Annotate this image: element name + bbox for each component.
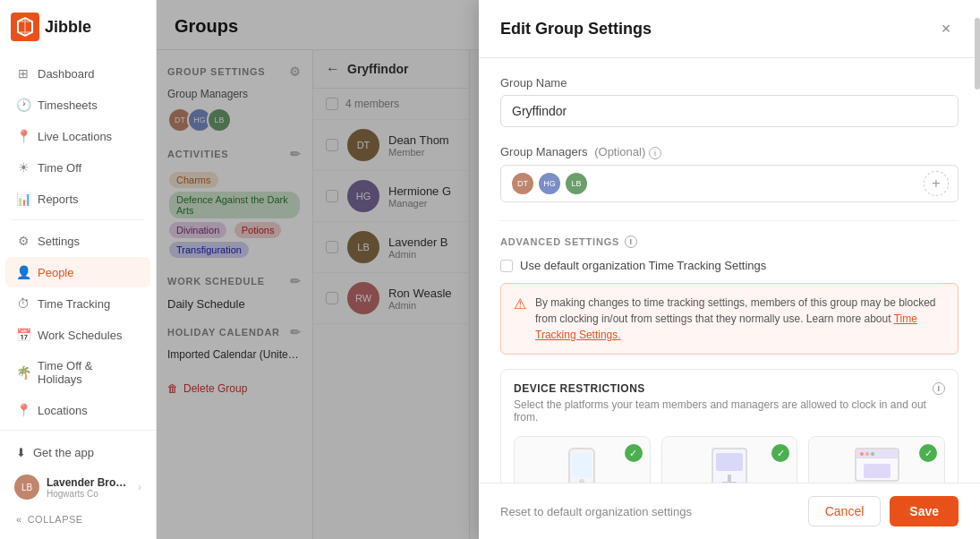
edit-group-settings-modal: Edit Group Settings × Group Name Group M… bbox=[479, 0, 980, 539]
browser-btn-red bbox=[860, 452, 864, 456]
sidebar-item-label: Time Off bbox=[38, 161, 81, 175]
mgr-avatar-1: DT bbox=[510, 171, 535, 196]
reports-icon: 📊 bbox=[16, 192, 30, 206]
kiosk-stand bbox=[728, 475, 731, 482]
browser-btn-yellow bbox=[865, 452, 869, 456]
manager-avatars-display: DT HG LB bbox=[510, 171, 924, 196]
device-restrictions-title: DEVICE RESTRICTIONS i bbox=[514, 382, 945, 395]
time-tracking-icon: ⏱ bbox=[16, 296, 30, 311]
chevron-right-icon: › bbox=[138, 481, 141, 493]
sidebar-nav: ⊞ Dashboard 🕐 Timesheets 📍 Live Location… bbox=[0, 54, 156, 430]
add-manager-button[interactable]: + bbox=[924, 171, 949, 196]
device-restrictions-section: DEVICE RESTRICTIONS i Select the platfor… bbox=[500, 369, 959, 483]
sidebar-item-settings[interactable]: ⚙ Settings bbox=[5, 226, 150, 256]
sidebar-item-time-off[interactable]: ☀ Time Off bbox=[5, 152, 150, 183]
sidebar-item-label: Live Locations bbox=[38, 130, 112, 143]
sidebar-item-label: Time Tracking bbox=[38, 297, 110, 311]
sidebar-item-label: Work Schedules bbox=[38, 329, 122, 342]
device-restrictions-desc: Select the platforms your team members a… bbox=[514, 398, 945, 424]
user-profile-item[interactable]: LB Lavender Brown Hogwarts Co › bbox=[5, 467, 150, 507]
user-name: Lavender Brown bbox=[47, 476, 131, 489]
modal-footer: Reset to default organization settings C… bbox=[479, 483, 980, 539]
device-card-mobile[interactable]: ✓ Mobile Apps bbox=[514, 436, 651, 483]
collapse-icon: « bbox=[16, 514, 22, 525]
browser-content-area bbox=[856, 458, 898, 482]
user-avatar: LB bbox=[14, 475, 39, 500]
sidebar-item-reports[interactable]: 📊 Reports bbox=[5, 184, 150, 214]
sidebar-item-people[interactable]: 👤 People bbox=[5, 257, 150, 287]
sidebar-item-time-tracking[interactable]: ⏱ Time Tracking bbox=[5, 288, 150, 319]
settings-icon: ⚙ bbox=[16, 234, 30, 248]
reset-link[interactable]: Reset to default organization settings bbox=[500, 505, 692, 518]
advanced-info-icon[interactable]: i bbox=[625, 235, 637, 248]
scrollbar-thumb[interactable] bbox=[975, 18, 980, 90]
warning-text: By making changes to time tracking setti… bbox=[535, 295, 945, 343]
mobile-check-icon: ✓ bbox=[625, 444, 643, 462]
device-restrictions-info-icon[interactable]: i bbox=[933, 382, 945, 395]
device-card-browser[interactable]: ✓ Web Browser bbox=[808, 436, 945, 483]
sidebar-item-live-locations[interactable]: 📍 Live Locations bbox=[5, 121, 150, 151]
browser-btn-green bbox=[871, 452, 874, 456]
sidebar-item-dashboard[interactable]: ⊞ Dashboard bbox=[5, 58, 150, 89]
phone-button bbox=[579, 479, 584, 483]
optional-label: (Optional) bbox=[594, 145, 645, 158]
sidebar-item-label: People bbox=[38, 266, 73, 279]
time-off-holidays-icon: 🌴 bbox=[16, 365, 30, 380]
sidebar-item-work-schedules[interactable]: 📅 Work Schedules bbox=[5, 320, 150, 350]
group-name-label: Group Name bbox=[500, 76, 959, 90]
kiosk-check-icon: ✓ bbox=[771, 444, 789, 462]
managers-input-wrapper[interactable]: DT HG LB + bbox=[500, 165, 959, 202]
collapse-button[interactable]: « COLLAPSE bbox=[5, 507, 150, 532]
advanced-settings-title: ADVANCED SETTINGS i bbox=[500, 235, 959, 248]
device-cards: ✓ Mobile Apps ✓ Shared Kiosk bbox=[514, 436, 945, 483]
browser-illustration bbox=[855, 448, 899, 482]
sidebar-item-time-off-holidays[interactable]: 🌴 Time Off & Holidays bbox=[5, 351, 150, 394]
managers-info-icon[interactable]: i bbox=[649, 147, 661, 159]
browser-content-block bbox=[864, 464, 891, 478]
cancel-button[interactable]: Cancel bbox=[808, 496, 882, 526]
user-org: Hogwarts Co bbox=[47, 489, 131, 499]
get-app-icon: ⬇ bbox=[16, 446, 26, 459]
jibble-logo-icon bbox=[11, 13, 39, 41]
save-button[interactable]: Save bbox=[890, 496, 959, 526]
logo-text: Jibble bbox=[45, 18, 91, 37]
warning-icon: ⚠ bbox=[514, 295, 526, 343]
kiosk-base bbox=[722, 482, 737, 483]
sidebar-item-label: Locations bbox=[38, 404, 88, 417]
people-icon: 👤 bbox=[16, 265, 30, 279]
footer-actions: Cancel Save bbox=[808, 496, 959, 526]
use-default-label: Use default organization Time Tracking S… bbox=[520, 259, 766, 272]
sidebar-item-label: Time Off & Holidays bbox=[38, 359, 140, 386]
group-managers-label: Group Managers (Optional) i bbox=[500, 145, 959, 159]
sidebar-item-timesheets[interactable]: 🕐 Timesheets bbox=[5, 90, 150, 120]
phone-screen bbox=[572, 453, 592, 477]
use-default-checkbox-row: Use default organization Time Tracking S… bbox=[500, 259, 959, 272]
collapse-label: COLLAPSE bbox=[28, 514, 83, 525]
browser-check-icon: ✓ bbox=[919, 444, 937, 462]
group-name-input[interactable] bbox=[500, 95, 959, 127]
dashboard-icon: ⊞ bbox=[16, 66, 30, 81]
sidebar-item-label: Settings bbox=[38, 235, 80, 248]
kiosk-illustration bbox=[712, 448, 747, 483]
kiosk-screen bbox=[716, 453, 743, 471]
timesheets-icon: 🕐 bbox=[16, 98, 30, 112]
mobile-phone-illustration bbox=[568, 448, 595, 483]
sidebar-item-locations[interactable]: 📍 Locations bbox=[5, 395, 150, 425]
locations-icon: 📍 bbox=[16, 403, 30, 417]
sidebar-item-label: Reports bbox=[38, 192, 79, 206]
modal-title: Edit Group Settings bbox=[500, 20, 652, 38]
modal-scrollbar[interactable] bbox=[975, 0, 980, 539]
sidebar-item-label: Timesheets bbox=[38, 98, 98, 112]
work-schedules-icon: 📅 bbox=[16, 328, 30, 342]
device-card-kiosk[interactable]: ✓ Shared Kiosk bbox=[661, 436, 798, 483]
logo[interactable]: Jibble bbox=[0, 0, 156, 54]
get-app-label: Get the app bbox=[33, 446, 94, 459]
mgr-avatar-2: HG bbox=[537, 171, 562, 196]
group-name-field: Group Name bbox=[500, 76, 959, 127]
get-app-item[interactable]: ⬇ Get the app bbox=[5, 438, 150, 467]
sidebar-item-label: Dashboard bbox=[38, 67, 95, 81]
time-off-icon: ☀ bbox=[16, 160, 30, 175]
use-default-checkbox[interactable] bbox=[500, 260, 513, 272]
modal-close-button[interactable]: × bbox=[933, 16, 959, 41]
modal-header: Edit Group Settings × bbox=[479, 0, 980, 58]
